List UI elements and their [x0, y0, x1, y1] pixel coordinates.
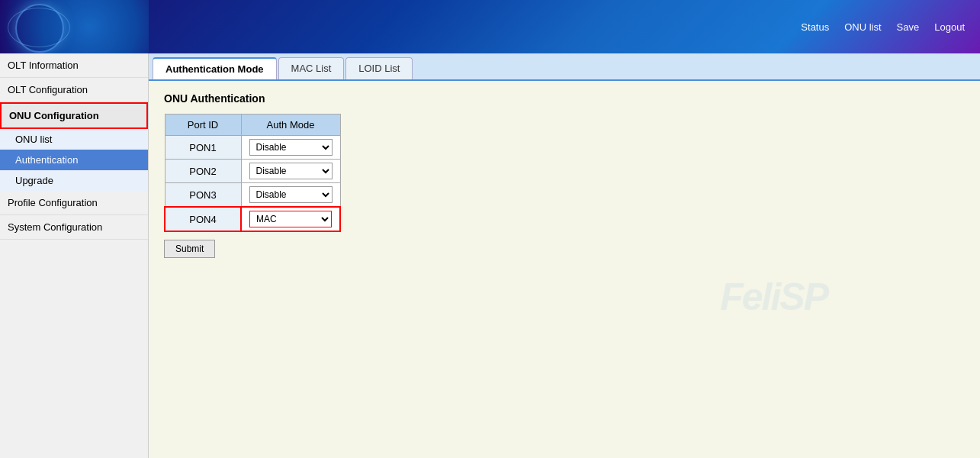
onu-list-link[interactable]: ONU list	[844, 21, 881, 33]
sidebar-olt-config[interactable]: OLT Configuration	[0, 78, 148, 102]
tab-auth-mode[interactable]: Authentication Mode	[153, 57, 277, 79]
auth-mode-cell: DisableMACLOIDMAC+LOID	[241, 160, 340, 183]
auth-table: Port ID Auth Mode PON1DisableMACLOIDMAC+…	[164, 114, 341, 232]
sidebar-olt-info[interactable]: OLT Information	[0, 53, 148, 78]
auth-mode-select-pon4[interactable]: DisableMACLOIDMAC+LOID	[249, 211, 332, 227]
tab-loid-list[interactable]: LOID List	[345, 57, 413, 79]
sidebar-profile-config[interactable]: Profile Configuration	[0, 191, 148, 215]
col-header-auth-mode: Auth Mode	[241, 114, 340, 136]
header-nav: Status ONU list Save Logout	[801, 21, 965, 33]
save-link[interactable]: Save	[897, 21, 920, 33]
layout: OLT Information OLT Configuration ONU Co…	[0, 53, 980, 458]
port-id-cell: PON1	[165, 136, 241, 160]
header-logo	[0, 0, 149, 53]
port-id-cell: PON2	[165, 160, 241, 183]
sidebar-authentication[interactable]: Authentication	[0, 150, 148, 170]
sidebar-onu-list[interactable]: ONU list	[0, 129, 148, 150]
auth-mode-select-pon2[interactable]: DisableMACLOIDMAC+LOID	[249, 163, 333, 179]
col-header-port-id: Port ID	[165, 114, 241, 136]
submit-button[interactable]: Submit	[164, 240, 215, 258]
logout-link[interactable]: Logout	[934, 21, 965, 33]
sidebar-upgrade[interactable]: Upgrade	[0, 170, 148, 191]
watermark: FeliSP	[720, 268, 827, 321]
tabs-bar: Authentication Mode MAC List LOID List	[149, 53, 980, 81]
sidebar-system-config[interactable]: System Configuration	[0, 215, 148, 240]
tab-mac-list[interactable]: MAC List	[278, 57, 345, 79]
submit-button-wrapper: Submit	[164, 232, 965, 258]
table-row: PON2DisableMACLOIDMAC+LOID	[165, 160, 340, 183]
section-title: ONU Authentication	[164, 92, 965, 105]
header: Status ONU list Save Logout	[0, 0, 980, 53]
auth-mode-cell: DisableMACLOIDMAC+LOID	[241, 207, 340, 231]
status-link[interactable]: Status	[801, 21, 829, 33]
table-row: PON3DisableMACLOIDMAC+LOID	[165, 183, 340, 208]
auth-mode-select-pon1[interactable]: DisableMACLOIDMAC+LOID	[249, 139, 333, 156]
content-area: ONU Authentication Port ID Auth Mode PON…	[149, 81, 980, 269]
port-id-cell: PON4	[165, 207, 241, 231]
auth-mode-cell: DisableMACLOIDMAC+LOID	[241, 183, 340, 208]
auth-mode-cell: DisableMACLOIDMAC+LOID	[241, 136, 340, 160]
sidebar: OLT Information OLT Configuration ONU Co…	[0, 53, 149, 458]
sidebar-onu-config[interactable]: ONU Configuration	[0, 102, 148, 129]
auth-mode-select-pon3[interactable]: DisableMACLOIDMAC+LOID	[249, 186, 333, 203]
table-row: PON4DisableMACLOIDMAC+LOID	[165, 207, 340, 231]
port-id-cell: PON3	[165, 183, 241, 208]
table-row: PON1DisableMACLOIDMAC+LOID	[165, 136, 340, 160]
content-wrapper: Authentication Mode MAC List LOID List O…	[149, 53, 980, 458]
